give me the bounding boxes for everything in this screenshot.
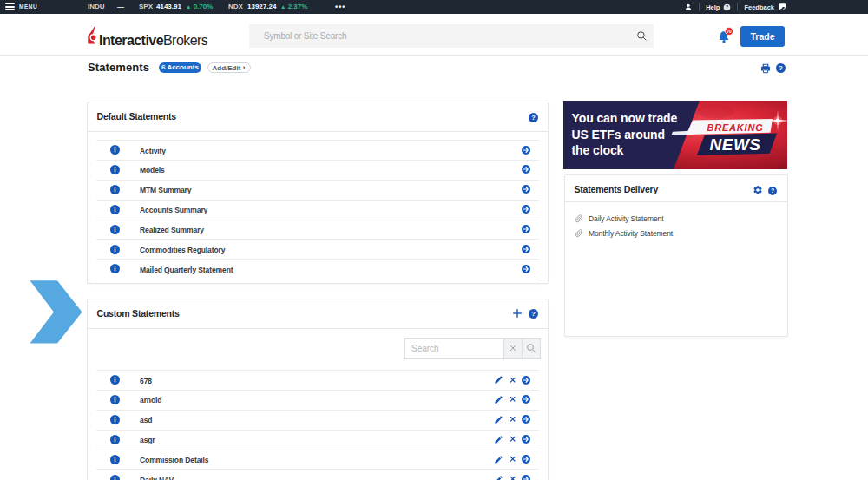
svg-text:the clock: the clock (572, 143, 624, 157)
svg-text:You can now trade: You can now trade (572, 111, 678, 125)
svg-text:?: ? (779, 64, 783, 72)
svg-text:US ETFs around: US ETFs around (572, 128, 666, 141)
svg-text:BREAKING: BREAKING (707, 122, 764, 133)
svg-text:70: 70 (727, 30, 732, 34)
svg-text:?: ? (531, 310, 536, 318)
svg-text:NEWS: NEWS (710, 135, 761, 154)
svg-text:?: ? (771, 187, 774, 194)
svg-text:?: ? (531, 114, 536, 122)
svg-text:?: ? (726, 5, 728, 10)
